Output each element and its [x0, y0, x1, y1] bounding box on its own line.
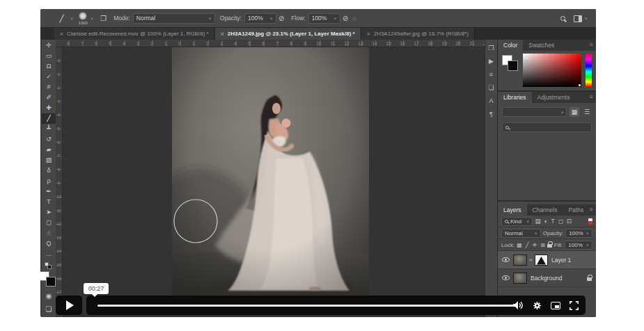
paragraph-panel-icon[interactable]: ¶ — [489, 111, 493, 118]
layer-visibility-icon[interactable] — [502, 275, 510, 280]
layer-filter-switch[interactable] — [588, 218, 592, 225]
panel-menu-icon[interactable]: ≡ — [590, 42, 593, 48]
opacity-select[interactable]: 100% ∨ — [244, 13, 276, 24]
brush-tool[interactable]: ╱ — [42, 113, 56, 124]
tab-channels[interactable]: Channels — [527, 204, 563, 216]
tab-color[interactable]: Color — [498, 40, 523, 51]
fullscreen-icon[interactable] — [570, 301, 579, 310]
layer-fill-select[interactable]: 100% ∨ — [565, 241, 592, 250]
hue-slider[interactable] — [586, 54, 592, 87]
shape-tool[interactable]: ◻ — [42, 218, 56, 228]
brush-preset-picker[interactable]: 1300 ∨ — [78, 12, 93, 25]
close-icon[interactable]: × — [221, 31, 224, 38]
tab-libraries[interactable]: Libraries — [498, 92, 532, 103]
lock-all-icon[interactable] — [547, 244, 552, 248]
clone-source-panel-icon[interactable]: ❏ — [488, 85, 494, 91]
dodge-tool[interactable]: ρ — [42, 176, 56, 186]
zoom-tool[interactable]: Ϙ — [42, 239, 56, 249]
healing-brush-tool[interactable]: ✚ — [42, 103, 56, 113]
grid-view-icon[interactable]: ▦ — [570, 107, 579, 117]
library-select[interactable]: ∨ — [502, 107, 567, 117]
document-tab-1[interactable]: × Clarisse edit-Recovered.mov @ 100% (La… — [54, 28, 215, 40]
move-tool[interactable]: ✛ — [42, 40, 56, 51]
play-button[interactable] — [56, 296, 82, 315]
default-colors-icon[interactable] — [45, 262, 53, 269]
ruler-number: 11 — [56, 206, 62, 220]
color-panel-swatches[interactable] — [502, 55, 520, 73]
blur-tool[interactable]: δ — [42, 166, 56, 176]
quick-selection-tool[interactable]: ✓ — [42, 72, 56, 82]
layer-row-layer-1[interactable]: ∞ Layer 1 — [498, 251, 596, 269]
workspace-switcher[interactable]: ∨ — [574, 15, 588, 22]
volume-icon[interactable] — [513, 301, 524, 309]
layer-visibility-icon[interactable] — [502, 257, 510, 262]
history-panel-icon[interactable]: ❐ — [488, 45, 494, 51]
filter-type-layers-icon[interactable]: T — [551, 218, 555, 225]
more-tools[interactable]: … — [42, 249, 56, 259]
filter-adjustment-layers-icon[interactable]: ◐ — [544, 218, 547, 225]
lock-paint-icon[interactable]: ╱ — [526, 242, 529, 248]
list-view-icon[interactable]: ☰ — [582, 107, 592, 117]
eraser-tool[interactable]: ▰ — [42, 145, 56, 155]
layer-thumbnail[interactable] — [513, 255, 527, 266]
document-tab-3[interactable]: × 2H3A1249after.jpg @ 16.7% (RGB/8*) — [361, 28, 475, 40]
tab-swatches[interactable]: Swatches — [523, 40, 560, 51]
layer-opacity-select[interactable]: 100% ∨ — [565, 229, 592, 238]
tab-paths[interactable]: Paths — [563, 204, 589, 216]
layer-filter-kind-select[interactable]: Kind ∨ — [501, 217, 533, 226]
blend-mode-select[interactable]: Normal ∨ — [133, 13, 215, 24]
panel-menu-icon[interactable]: ≡ — [590, 207, 593, 213]
eyedropper-tool[interactable]: ✐ — [42, 92, 56, 103]
path-selection-tool[interactable]: ➤ — [42, 207, 56, 218]
airbrush-icon[interactable]: ⊘ — [343, 15, 348, 22]
foreground-background-swatches[interactable] — [41, 271, 56, 288]
layer-row-background[interactable]: Background — [498, 269, 596, 287]
close-icon[interactable]: × — [60, 31, 63, 38]
document-tab-2-active[interactable]: × 2H3A1249.jpg @ 23.1% (Layer 1, Layer M… — [215, 28, 361, 40]
quick-mask-mode-icon[interactable]: ◉ — [42, 291, 56, 301]
library-search-input[interactable] — [502, 122, 592, 132]
settings-gear-icon[interactable] — [533, 301, 542, 310]
color-picker-marker[interactable] — [524, 55, 528, 59]
panel-menu-icon[interactable]: ≡ — [590, 94, 593, 100]
tab-adjustments[interactable]: Adjustments — [532, 92, 576, 103]
lasso-tool[interactable]: Ω — [42, 61, 56, 72]
saturation-brightness-field[interactable] — [523, 54, 581, 87]
brush-tool-preset[interactable]: ╱ ∨ — [56, 13, 73, 24]
smoothing-icon[interactable]: ◌ — [352, 15, 356, 22]
crop-tool[interactable]: # — [42, 82, 56, 92]
timeline-scrubber[interactable] — [97, 305, 514, 307]
screen-mode-icon[interactable]: ❏ — [42, 304, 56, 314]
pen-tool[interactable]: ✒ — [42, 186, 56, 197]
gradient-tool[interactable]: ▨ — [42, 155, 56, 166]
canvas-image[interactable] — [172, 47, 369, 296]
picture-in-picture-icon[interactable] — [551, 302, 560, 309]
toggle-brush-panel-icon[interactable]: ❒ — [100, 15, 107, 22]
hand-tool[interactable]: ☝ — [42, 228, 56, 239]
clone-stamp-tool[interactable]: ┻ — [42, 124, 56, 134]
lock-position-icon[interactable]: ✛ — [533, 242, 537, 248]
character-panel-icon[interactable]: A — [489, 98, 493, 104]
opacity-pressure-icon[interactable]: ⊘ — [278, 15, 284, 22]
search-icon[interactable] — [560, 16, 565, 21]
lock-artboard-icon[interactable]: ⊞ — [540, 242, 545, 248]
actions-panel-icon[interactable]: ▶ — [489, 58, 494, 65]
background-color-swatch[interactable] — [46, 277, 56, 286]
layer-name[interactable]: Background — [531, 275, 562, 282]
layer-blend-mode-select[interactable]: Normal ∨ — [501, 229, 541, 238]
filter-pixel-layers-icon[interactable]: ▤ — [535, 218, 540, 225]
flow-select[interactable]: 100% ∨ — [308, 13, 340, 24]
properties-panel-icon[interactable]: ≡ — [489, 72, 493, 78]
type-tool[interactable]: T — [42, 197, 56, 207]
filter-shape-layers-icon[interactable]: ◻ — [558, 218, 563, 225]
background-color-swatch[interactable] — [508, 60, 518, 71]
layer-mask-thumbnail[interactable] — [535, 255, 548, 266]
filter-smart-objects-icon[interactable]: ⊡ — [567, 218, 572, 225]
tab-layers[interactable]: Layers — [498, 204, 527, 216]
marquee-tool[interactable]: ▭ — [42, 51, 56, 61]
layer-thumbnail[interactable] — [513, 273, 527, 284]
lock-transparency-icon[interactable]: ▦ — [517, 242, 522, 248]
layer-name[interactable]: Layer 1 — [551, 257, 571, 264]
history-brush-tool[interactable]: ↺ — [42, 134, 56, 145]
close-icon[interactable]: × — [367, 31, 370, 38]
